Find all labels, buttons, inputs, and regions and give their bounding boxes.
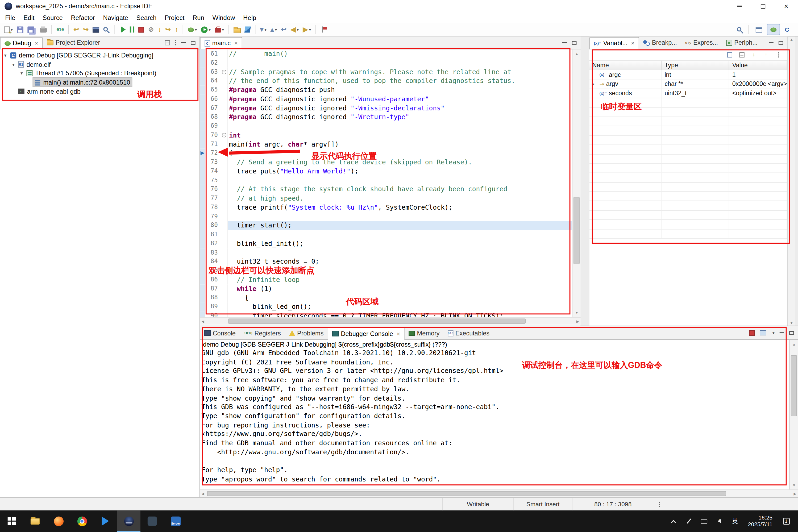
code-line[interactable]: 77 // at high speed.: [200, 194, 572, 203]
minimize-view-icon[interactable]: [181, 42, 186, 43]
editor-annotation-ruler[interactable]: [200, 113, 205, 121]
code-line[interactable]: 72{: [200, 149, 572, 158]
maximize-view-icon[interactable]: [572, 41, 576, 45]
menu-help[interactable]: Help: [239, 13, 261, 22]
console-tab-debugger-console[interactable]: Debugger Console×: [328, 327, 405, 340]
taskbar-chrome-button[interactable]: [70, 510, 94, 532]
taskbar-firefox-button[interactable]: [47, 510, 70, 532]
fold-margin[interactable]: [221, 257, 228, 266]
code-line[interactable]: 74 trace_puts("Hello Arm World!");: [200, 167, 572, 176]
code-text[interactable]: #pragma GCC diagnostic ignored "-Wunused…: [228, 94, 572, 103]
editor-annotation-ruler[interactable]: [200, 167, 205, 176]
menu-project[interactable]: Project: [161, 13, 189, 22]
editor-annotation-ruler[interactable]: [200, 131, 205, 140]
code-line[interactable]: 71main(int argc, char* argv[]): [200, 140, 572, 149]
dropdown-arrow-icon[interactable]: ▾: [773, 330, 775, 335]
resume-button[interactable]: [118, 24, 127, 35]
fold-collapse-icon[interactable]: [222, 133, 226, 137]
code-line[interactable]: 79: [200, 212, 572, 221]
editor-annotation-ruler[interactable]: [200, 221, 205, 230]
fold-margin[interactable]: [221, 266, 228, 275]
code-line[interactable]: 73 // Send a greeting to the trace devic…: [200, 158, 572, 167]
code-line[interactable]: 83: [200, 248, 572, 257]
terminate-icon[interactable]: [749, 330, 755, 336]
code-text[interactable]: int: [228, 131, 572, 140]
fold-margin[interactable]: [221, 50, 228, 58]
maximize-view-icon[interactable]: [789, 331, 794, 335]
scroll-up-icon[interactable]: ▲: [790, 38, 793, 41]
import-button[interactable]: ↓: [750, 51, 758, 58]
column-header-type[interactable]: Type: [662, 61, 729, 70]
editor-annotation-ruler[interactable]: [200, 185, 205, 194]
code-text[interactable]: // Infinite loop: [228, 275, 572, 284]
expander-icon[interactable]: ▾: [10, 62, 17, 67]
menu-navigate[interactable]: Navigate: [99, 13, 132, 22]
code-line[interactable]: 62: [200, 58, 572, 68]
editor-annotation-ruler[interactable]: [200, 266, 205, 275]
debug-tree-row[interactable]: arm-none-eabi-gdb: [0, 87, 200, 96]
debug-tree-row[interactable]: ▾demo.elf: [0, 60, 200, 69]
scroll-up-icon[interactable]: ▲: [793, 341, 796, 348]
code-text[interactable]: [228, 248, 572, 257]
code-text[interactable]: {: [228, 293, 572, 302]
fold-margin[interactable]: [221, 221, 228, 230]
scroll-thumb[interactable]: [228, 319, 526, 324]
variables-row[interactable]: argcint1: [589, 70, 787, 79]
scroll-thumb[interactable]: [207, 491, 726, 496]
expander-icon[interactable]: ▾: [18, 71, 25, 76]
code-text[interactable]: [228, 212, 572, 221]
maximize-button[interactable]: [751, 0, 775, 12]
debug-tab-project-explorer[interactable]: Project Explorer: [43, 37, 104, 49]
code-line[interactable]: 66#pragma GCC diagnostic ignored "-Wunus…: [200, 94, 572, 103]
close-icon[interactable]: ×: [35, 40, 38, 47]
editor-annotation-ruler[interactable]: [200, 158, 205, 167]
scroll-down-icon[interactable]: ▼: [575, 309, 578, 317]
redo-button[interactable]: ↪: [82, 24, 90, 35]
open-type-button[interactable]: [232, 24, 242, 35]
console-tab-problems[interactable]: Problems: [285, 327, 328, 339]
code-line[interactable]: 76 // At this stage the system clock sho…: [200, 185, 572, 194]
code-line[interactable]: 82 blink_led_init();: [200, 239, 572, 248]
code-line[interactable]: 85: [200, 266, 572, 275]
terminate-button[interactable]: [137, 24, 146, 35]
editor-annotation-ruler[interactable]: [200, 58, 205, 68]
fold-margin[interactable]: [221, 113, 228, 121]
fold-margin[interactable]: [221, 248, 228, 257]
editor-annotation-ruler[interactable]: [200, 67, 205, 76]
editor-annotation-ruler[interactable]: [200, 239, 205, 248]
code-text[interactable]: timer_sleep(seconds == 0 ? TIMER_FREQUEN…: [228, 311, 572, 317]
fold-margin[interactable]: [221, 131, 228, 140]
expander-icon[interactable]: ▾: [2, 53, 9, 58]
fold-margin[interactable]: [221, 86, 228, 94]
run-button[interactable]: ▾: [200, 24, 212, 35]
code-text[interactable]: timer_start();: [228, 221, 572, 230]
close-button[interactable]: ×: [775, 0, 798, 12]
close-icon[interactable]: ×: [234, 40, 238, 47]
step-into-button[interactable]: ↓: [156, 24, 163, 35]
code-text[interactable]: [228, 266, 572, 275]
right-tab-breakp[interactable]: Breakp...: [639, 37, 681, 49]
minimize-view-icon[interactable]: [562, 42, 567, 43]
fold-collapse-icon[interactable]: [222, 70, 226, 74]
code-text[interactable]: while (1): [228, 284, 572, 293]
taskbar-arrow-app-button[interactable]: [94, 510, 117, 532]
console-horizontal-scrollbar[interactable]: ◀ ▶: [200, 490, 798, 497]
code-text[interactable]: [228, 176, 572, 185]
last-edit-location-button[interactable]: ↩: [280, 24, 288, 35]
code-text[interactable]: blink_led_init();: [228, 239, 572, 248]
code-line[interactable]: 87 while (1): [200, 284, 572, 293]
console-tab-memory[interactable]: Memory: [405, 327, 444, 339]
menu-search[interactable]: Search: [132, 13, 160, 22]
notification-center-button[interactable]: 1: [778, 518, 795, 524]
editor-annotation-ruler[interactable]: [200, 176, 205, 185]
console-output[interactable]: demo Debug [GDB SEGGER J-Link Debugging]…: [200, 340, 789, 490]
right-tab-variabl[interactable]: Variabl...×: [589, 37, 639, 50]
sash[interactable]: [581, 37, 589, 326]
step-return-button[interactable]: ↑: [173, 24, 180, 35]
save-all-button[interactable]: [26, 24, 37, 35]
save-button[interactable]: [15, 24, 25, 35]
editor-annotation-ruler[interactable]: [200, 149, 205, 158]
fold-margin[interactable]: [221, 212, 228, 221]
display-console-icon[interactable]: [760, 330, 766, 336]
editor-annotation-ruler[interactable]: [200, 248, 205, 257]
